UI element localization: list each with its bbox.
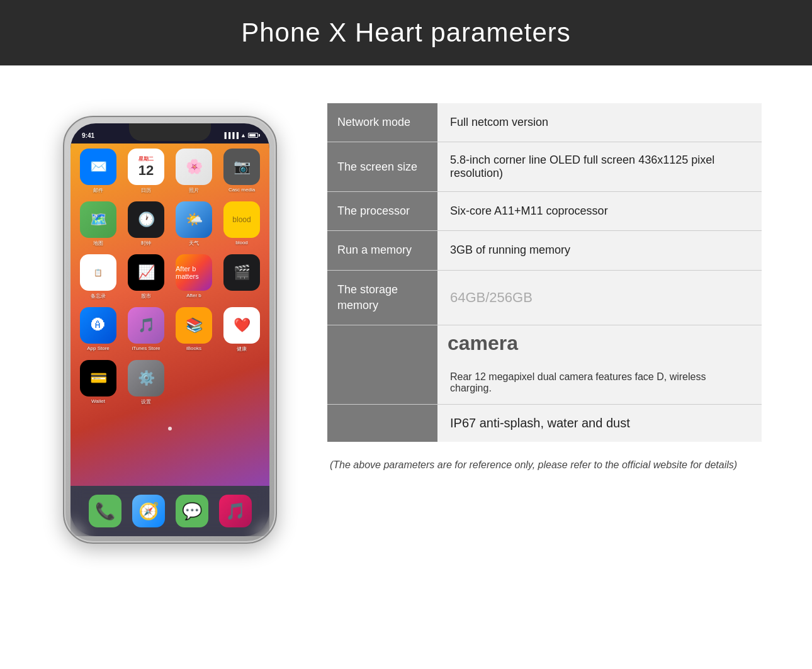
app-appstore: 🅐 App Store	[78, 307, 118, 352]
app-clock: 🕐 时钟	[126, 201, 166, 247]
weather-label: 天气	[189, 240, 199, 247]
camera-content: camera Rear 12 megapixel dual camera fea…	[437, 325, 762, 404]
maps-icon: 🗺️	[80, 201, 116, 238]
app-weather: 🌤️ 天气	[174, 201, 214, 247]
ibooks-label: iBooks	[186, 346, 201, 351]
dock-messages-icon: 💬	[176, 495, 208, 527]
battery-icon	[248, 133, 258, 138]
ip67-label-cell	[327, 405, 437, 442]
param-label-processor: The processor	[327, 192, 437, 230]
page-title: Phone X Heart parameters	[13, 18, 799, 48]
health-label: 健康	[237, 346, 247, 352]
health-icon: ❤️	[223, 307, 260, 344]
ip67-value: IP67 anti-splash, water and dust	[437, 405, 762, 442]
param-label-storage: The storage memory	[327, 271, 437, 325]
calendar-label: 日历	[141, 187, 151, 194]
reminders-label: 备忘录	[91, 293, 106, 300]
app-ibooks: 📚 iBooks	[174, 307, 214, 352]
ip67-row: IP67 anti-splash, water and dust	[327, 405, 762, 442]
signal-bars-icon: ▐▐▐▐	[223, 132, 239, 138]
weather-icon: 🌤️	[176, 201, 212, 238]
camera-label-cell	[327, 325, 437, 404]
reminders-icon: 📋	[80, 254, 116, 291]
photos-icon: 🌸	[176, 149, 212, 185]
clock-label: 时钟	[141, 240, 151, 247]
itunes-icon: 🎵	[128, 307, 164, 344]
param-value-network: Full netcom version	[437, 103, 762, 142]
phone-notch	[129, 123, 211, 141]
app-photos: 🌸 照片	[174, 149, 214, 194]
camera-app-icon: 📷	[223, 149, 260, 185]
param-value-memory: 3GB of running memory	[437, 231, 762, 269]
app-camera: 📷 Casc media	[222, 149, 262, 194]
param-value-storage: 64GB/256GB	[437, 271, 762, 325]
app-itunes: 🎵 iTunes Store	[126, 307, 166, 352]
mail-icon: ✉️	[80, 149, 116, 185]
param-row-screen: The screen size 5.8-inch corner line OLE…	[327, 142, 762, 192]
param-label-memory: Run a memory	[327, 231, 437, 269]
param-row-processor: The processor Six-core A11+M11 coprocess…	[327, 192, 762, 231]
param-label-network: Network mode	[327, 103, 437, 142]
wallet-icon: 💳	[80, 360, 116, 396]
param-label-screen: The screen size	[327, 142, 437, 191]
ibooks-icon: 📚	[176, 307, 212, 344]
params-container: Network mode Full netcom version The scr…	[327, 103, 762, 473]
wifi-icon: ▲	[240, 132, 246, 138]
app-settings: ⚙️ 设置	[126, 360, 166, 405]
camera-big-label: camera	[437, 325, 762, 361]
camera-description: Rear 12 megapixel dual camera features f…	[437, 361, 762, 404]
phone-time: 9:41	[82, 132, 94, 139]
app-wallet: 💳 Wallet	[78, 360, 118, 405]
mail-label: 邮件	[93, 187, 103, 194]
app-calendar: 星期二 12 日历	[126, 149, 166, 194]
wallet-label: Wallet	[91, 398, 105, 404]
dock-music-icon: 🎵	[219, 495, 252, 527]
appstore-label: App Store	[87, 346, 110, 351]
disclaimer-text: (The above parameters are for reference …	[327, 442, 762, 473]
param-row-memory: Run a memory 3GB of running memory	[327, 231, 762, 270]
colornotes-icon: After b matters	[176, 254, 212, 291]
app-stocks: 📈 股市	[126, 254, 166, 300]
app-reminders: 📋 备忘录	[78, 254, 118, 300]
itunes-label: iTunes Store	[132, 346, 160, 351]
app-colornotes: After b matters After b	[174, 254, 214, 300]
main-content: 9:41 ▐▐▐▐ ▲ ✉️ 邮件	[0, 65, 812, 669]
page-indicator-dot	[168, 427, 172, 430]
colornotes-label: After b	[186, 293, 201, 298]
stocks-icon: 📈	[128, 254, 164, 291]
settings-label: 设置	[141, 398, 151, 405]
dock-phone-icon: 📞	[89, 495, 121, 527]
app-maps: 🗺️ 地图	[78, 201, 118, 247]
param-row-storage: The storage memory 64GB/256GB	[327, 271, 762, 325]
photos-label: 照片	[189, 187, 199, 194]
stocks-label: 股市	[141, 293, 151, 300]
app-mail: ✉️ 邮件	[78, 149, 118, 194]
appstore-icon: 🅐	[80, 307, 116, 344]
phone-dock: 📞 🧭 💬 🎵	[70, 486, 269, 536]
maps-label: 地图	[93, 240, 103, 247]
app-health: ❤️ 健康	[222, 307, 262, 352]
video-icon: 🎬	[223, 254, 260, 291]
camera-section: camera Rear 12 megapixel dual camera fea…	[327, 325, 762, 405]
param-row-network: Network mode Full netcom version	[327, 103, 762, 142]
notes-label: blood	[235, 240, 248, 245]
phone-screen: ✉️ 邮件 星期二 12 日历 🌸 照片	[70, 143, 269, 486]
phone-container: 9:41 ▐▐▐▐ ▲ ✉️ 邮件	[50, 103, 290, 544]
app-video: 🎬	[222, 254, 262, 300]
signal-icons: ▐▐▐▐ ▲	[223, 132, 258, 138]
param-value-processor: Six-core A11+M11 coprocessor	[437, 192, 762, 230]
dock-safari-icon: 🧭	[132, 495, 165, 527]
phone-mockup: 9:41 ▐▐▐▐ ▲ ✉️ 邮件	[63, 116, 277, 544]
calendar-icon: 星期二 12	[128, 149, 164, 185]
app-grid: ✉️ 邮件 星期二 12 日历 🌸 照片	[70, 143, 269, 410]
param-value-screen: 5.8-inch corner line OLED full screen 43…	[437, 142, 762, 191]
settings-icon: ⚙️	[128, 360, 164, 396]
camera-app-label: Casc media	[228, 187, 255, 193]
clock-icon: 🕐	[128, 201, 164, 238]
phone-inner: 9:41 ▐▐▐▐ ▲ ✉️ 邮件	[70, 123, 269, 536]
app-notes: blood blood	[222, 201, 262, 247]
page-header: Phone X Heart parameters	[0, 0, 812, 65]
notes-icon: blood	[223, 201, 260, 238]
